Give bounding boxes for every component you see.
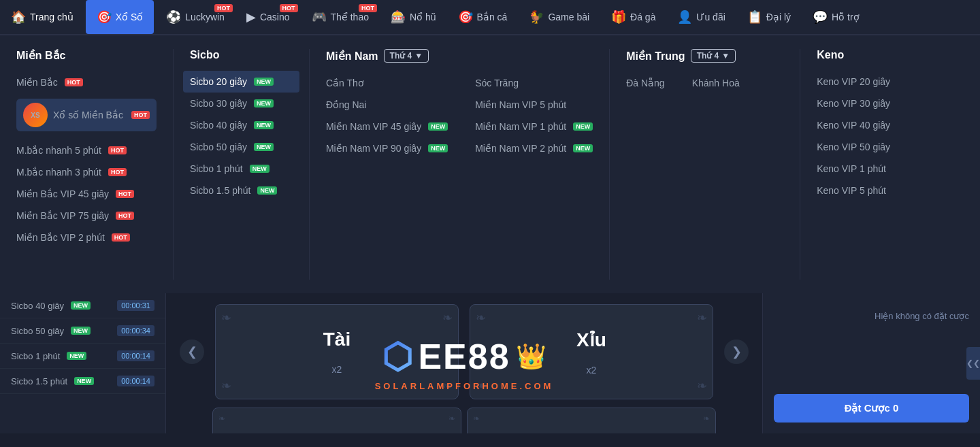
new-badge: NEW [254, 121, 274, 129]
mien-nam-col1-item-2[interactable]: Miền Nam VIP 45 giây NEW [326, 116, 448, 137]
keno-item-1[interactable]: Keno VIP 30 giây [817, 93, 920, 114]
mien-trung-title: Miền Trung Thứ 4 ▼ [626, 49, 783, 63]
nav-label: Game bài [548, 12, 589, 22]
sicbo-item-2[interactable]: Sicbo 40 giây NEW [190, 114, 293, 136]
nav-ban-ca[interactable]: 🎯 Bắn cá [447, 0, 519, 34]
mien-bac-item-4[interactable]: Miền Bắc VIP 45 giây HOT [16, 183, 157, 205]
extra-card-2[interactable]: ❧ ❧ [467, 408, 716, 433]
gamebai-icon: 🐓 [529, 10, 544, 24]
nav-label: Bắn cá [477, 12, 508, 22]
sidebar-label: Sicbo 50 giây [11, 326, 64, 336]
nav-luckywin[interactable]: ⚽ Luckywin HOT [155, 0, 235, 34]
hot-badge: HOT [280, 4, 298, 12]
nav-label: Đại lý [766, 12, 791, 22]
keno-item-2[interactable]: Keno VIP 40 giây [817, 114, 920, 136]
sicbo-item-3[interactable]: Sicbo 50 giây NEW [190, 136, 293, 158]
mien-bac-item-2[interactable]: M.bắc nhanh 5 phút HOT [16, 139, 157, 161]
extra-card-1[interactable]: ❧ ❧ [212, 408, 461, 433]
corner-tl: ❧ [221, 310, 231, 325]
sidebar-sicbo15p[interactable]: Sicbo 1.5 phút NEW 00:00:14 [0, 369, 165, 394]
nav-game-bai[interactable]: 🐓 Game bài [518, 0, 600, 34]
section-mien-trung: Miền Trung Thứ 4 ▼ Đà Nẵng Khánh Hoà [610, 49, 800, 280]
mien-nam-col2-item-0[interactable]: Sóc Trăng [475, 72, 593, 94]
mien-bac-item-1[interactable]: XS Xổ số Miền Bắc HOT [16, 93, 157, 139]
dat-cuoc-button[interactable]: Đặt Cược 0 [774, 394, 969, 423]
hot-badge: HOT [116, 212, 134, 220]
new-badge: NEW [67, 352, 86, 360]
corner-tr: ❧ [448, 414, 455, 423]
timer-badge: 00:00:31 [117, 300, 154, 311]
sidebar-sicbo1p[interactable]: Sicbo 1 phút NEW 00:00:14 [0, 344, 165, 369]
sicbo-item-5[interactable]: Sicbo 1.5 phút NEW [190, 180, 293, 201]
mien-nam-col2-item-1[interactable]: Miền Nam VIP 5 phút [475, 94, 593, 116]
keno-item-3[interactable]: Keno VIP 50 giây [817, 136, 920, 158]
mien-bac-title: Miền Bắc [16, 49, 157, 62]
new-badge: NEW [257, 186, 277, 195]
banca-icon: 🎯 [458, 10, 473, 24]
timer-badge: 00:00:34 [117, 325, 154, 336]
left-sidebar: Sicbo 40 giây NEW 00:00:31 Sicbo 50 giây… [0, 293, 166, 433]
new-badge: NEW [254, 143, 274, 151]
corner-tl: ❧ [476, 310, 486, 325]
nav-dai-ly[interactable]: 📋 Đại lý [736, 0, 802, 34]
keno-item-4[interactable]: Keno VIP 1 phút [817, 158, 920, 180]
nav-ho-tro[interactable]: 💬 Hỗ trợ [802, 0, 870, 34]
new-badge: NEW [71, 327, 91, 335]
hot-badge: HOT [108, 146, 127, 154]
nav-uu-dai[interactable]: 👤 Ưu đãi [666, 0, 736, 34]
tai-card[interactable]: ❧ ❧ ❧ ❧ Tài x2 [215, 304, 459, 399]
nav-no-hu[interactable]: 🎰 Nổ hũ [380, 0, 447, 34]
sicbo-item-0[interactable]: Sicbo 20 giây NEW [183, 71, 299, 93]
mien-nam-title: Miền Nam Thứ 4 ▼ [326, 49, 593, 63]
top-navigation: 🏠 Trang chủ 🎯 Xổ Số ⚽ Luckywin HOT ▶ Cas… [0, 0, 980, 35]
thu-badge: Thứ 4 ▼ [384, 49, 429, 63]
nav-casino[interactable]: ▶ Casino HOT [235, 0, 301, 34]
mien-nam-col2-item-3[interactable]: Miền Nam VIP 2 phút NEW [475, 137, 593, 159]
keno-item-5[interactable]: Keno VIP 5 phút [817, 180, 920, 201]
hot-badge: HOT [112, 233, 130, 242]
hot-badge: HOT [108, 168, 127, 176]
corner-tr: ❧ [703, 414, 710, 423]
nav-the-thao[interactable]: 🎮 Thể thao HOT [301, 0, 380, 34]
section-mien-bac: Miền Bắc Miền Bắc HOT XS Xổ số Miền Bắc … [0, 49, 174, 280]
mien-nam-col1-item-3[interactable]: Miền Nam VIP 90 giây NEW [326, 137, 448, 159]
keno-item-0[interactable]: Keno VIP 20 giây [817, 71, 920, 93]
thethao-icon: 🎮 [312, 10, 327, 24]
sidebar-sicbo40[interactable]: Sicbo 40 giây NEW 00:00:31 [0, 293, 165, 318]
mien-bac-item-3[interactable]: M.bắc nhanh 3 phút HOT [16, 161, 157, 183]
mien-bac-item-0[interactable]: Miền Bắc HOT [16, 71, 157, 93]
nav-label: Hỗ trợ [832, 12, 860, 22]
nav-da-ga[interactable]: 🎁 Đá gà [600, 0, 666, 34]
collapse-arrow[interactable]: ❮❮ [966, 347, 980, 380]
hot-badge: HOT [116, 190, 134, 198]
mien-nam-col1-item-0[interactable]: Cần Thơ [326, 72, 448, 94]
mien-trung-col1-item-0[interactable]: Đà Nẵng [626, 72, 664, 94]
nav-xo-so[interactable]: 🎯 Xổ Số [86, 0, 154, 34]
xiu-card[interactable]: ❧ ❧ ❧ ❧ Xỉu x2 [470, 304, 713, 399]
sicbo-item-4[interactable]: Sicbo 1 phút NEW [190, 158, 293, 180]
luckywin-icon: ⚽ [166, 10, 181, 24]
mien-nam-col2-item-2[interactable]: Miền Nam VIP 1 phút NEW [475, 116, 593, 137]
section-mien-nam: Miền Nam Thứ 4 ▼ Cần Thơ Đồng Nai Miền N… [310, 49, 610, 280]
sicbo-item-1[interactable]: Sicbo 30 giây NEW [190, 93, 293, 114]
new-badge: NEW [428, 144, 448, 152]
mien-trung-col2-item-0[interactable]: Khánh Hoà [692, 72, 740, 94]
mien-nam-col1-item-1[interactable]: Đồng Nai [326, 94, 448, 116]
nav-label: Trang chủ [30, 12, 74, 22]
no-bet-text: Hiện không có đặt cược [875, 311, 969, 321]
right-bet-panel: ❮❮ Hiện không có đặt cược Đặt Cược 0 [762, 293, 980, 433]
nav-trang-chu[interactable]: 🏠 Trang chủ [0, 0, 84, 34]
mien-bac-item-5[interactable]: Miền Bắc VIP 75 giây HOT [16, 205, 157, 227]
mien-bac-item-6[interactable]: Miền Bắc VIP 2 phút HOT [16, 227, 157, 248]
next-arrow[interactable]: ❯ [724, 340, 749, 364]
nohu-icon: 🎰 [391, 10, 406, 24]
xsb-logo: XS [23, 103, 48, 127]
new-badge: NEW [254, 99, 274, 107]
new-badge: NEW [428, 122, 448, 131]
prev-arrow[interactable]: ❮ [180, 340, 204, 364]
hot-badge: HOT [131, 111, 150, 119]
corner-tr: ❧ [442, 310, 453, 325]
sidebar-sicbo50[interactable]: Sicbo 50 giây NEW 00:00:34 [0, 318, 165, 344]
nav-label: Thể thao [331, 12, 369, 22]
nav-label: Ưu đãi [696, 12, 725, 22]
